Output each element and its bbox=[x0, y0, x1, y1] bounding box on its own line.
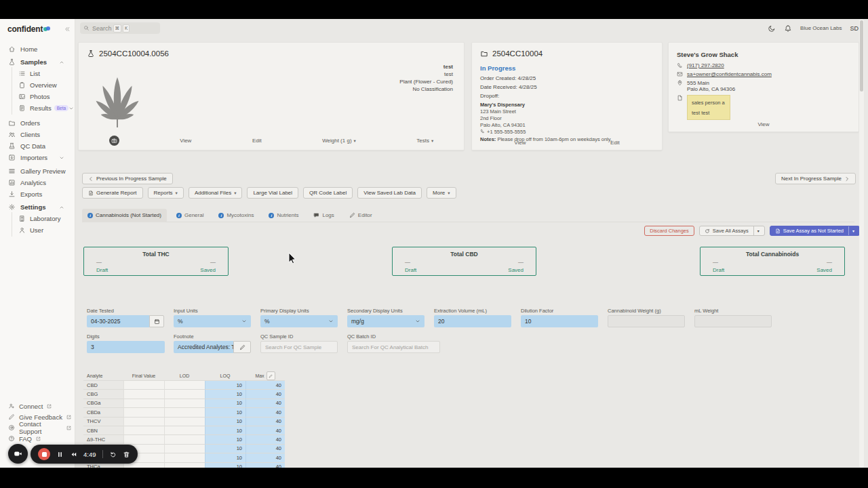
additional-files-button[interactable]: Additional Files▾ bbox=[189, 187, 243, 199]
loq-cell[interactable]: 10 bbox=[205, 426, 245, 435]
sample-edit-link[interactable]: Edit bbox=[252, 138, 262, 144]
sidebar-item-exports[interactable]: Exports bbox=[0, 188, 75, 200]
sidebar-collapse-icon[interactable] bbox=[64, 26, 71, 33]
extraction-volume-ml-input[interactable]: 20 bbox=[434, 315, 511, 327]
final-value-cell[interactable] bbox=[123, 381, 164, 390]
tab-logs[interactable]: Logs bbox=[308, 209, 339, 222]
reports-button[interactable]: Reports▾ bbox=[148, 187, 184, 199]
recorder-camera-button[interactable] bbox=[8, 444, 28, 464]
sidebar-item-list[interactable]: List bbox=[0, 68, 75, 79]
loq-cell[interactable]: 10 bbox=[205, 381, 245, 390]
lod-cell[interactable] bbox=[164, 418, 205, 426]
sidebar-item-gallery-preview[interactable]: Gallery Preview bbox=[0, 165, 75, 177]
stop-recording-button[interactable] bbox=[38, 448, 50, 460]
more-button[interactable]: More▾ bbox=[427, 187, 456, 199]
calendar-button[interactable] bbox=[149, 315, 164, 327]
org-name[interactable]: Blue Ocean Labs bbox=[800, 25, 842, 31]
max-cell[interactable]: 40 bbox=[245, 390, 285, 399]
sample-tests-dropdown[interactable]: Tests▾ bbox=[416, 138, 433, 144]
loq-cell[interactable]: 10 bbox=[205, 463, 245, 468]
large-vial-label-button[interactable]: Large Vial Label bbox=[247, 187, 298, 199]
loq-cell[interactable]: 10 bbox=[205, 418, 245, 426]
order-view-link[interactable]: View bbox=[514, 140, 526, 146]
lod-cell[interactable] bbox=[164, 435, 205, 444]
max-cell[interactable]: 40 bbox=[245, 445, 285, 453]
client-phone-link[interactable]: (917) 297-2820 bbox=[687, 62, 724, 68]
tab-mycotoxins[interactable]: iMycotoxins bbox=[213, 209, 259, 222]
loq-cell[interactable]: 10 bbox=[205, 445, 245, 453]
lod-cell[interactable] bbox=[164, 426, 205, 435]
qr-code-label-button[interactable]: QR Code Label bbox=[303, 187, 353, 199]
max-cell[interactable]: 40 bbox=[245, 435, 285, 444]
camera-button[interactable] bbox=[109, 136, 119, 146]
sidebar-item-overview[interactable]: Overview bbox=[0, 79, 75, 91]
tab-nutrients[interactable]: iNutrients bbox=[263, 209, 304, 222]
sidebar-item-results[interactable]: ResultsBeta bbox=[0, 102, 75, 114]
max-cell[interactable]: 40 bbox=[245, 426, 285, 435]
lod-cell[interactable] bbox=[164, 381, 205, 390]
trash-icon[interactable] bbox=[123, 451, 130, 458]
sidebar-item-samples[interactable]: Samples bbox=[0, 56, 75, 68]
max-cell[interactable]: 40 bbox=[245, 399, 285, 408]
save-assay-not-started-button[interactable]: Save Assay as Not Started ▾ bbox=[770, 226, 860, 236]
sidebar-item-laboratory[interactable]: Laboratory bbox=[0, 213, 75, 224]
lod-cell[interactable] bbox=[164, 390, 205, 399]
tab-editor[interactable]: Editor bbox=[344, 209, 378, 222]
sidebar-item-qc-data[interactable]: QC Data bbox=[0, 140, 75, 152]
final-value-cell[interactable] bbox=[123, 399, 164, 408]
notifications-icon[interactable] bbox=[784, 24, 792, 33]
final-value-cell[interactable] bbox=[123, 435, 164, 444]
footnote-input[interactable]: Accredited Analytes: THC bbox=[174, 341, 233, 353]
final-value-cell[interactable] bbox=[123, 408, 164, 417]
lod-cell[interactable] bbox=[164, 399, 205, 408]
dark-mode-icon[interactable] bbox=[768, 24, 776, 33]
client-view-link[interactable]: View bbox=[757, 121, 769, 127]
dilution-factor-input[interactable]: 10 bbox=[521, 315, 598, 327]
sidebar-item-clients[interactable]: Clients bbox=[0, 129, 75, 140]
footer-link-contact-support[interactable]: Contact Support bbox=[8, 422, 72, 433]
previous-sample-button[interactable]: Previous In Progress Sample bbox=[82, 173, 173, 184]
save-all-caret[interactable]: ▾ bbox=[753, 226, 760, 235]
sidebar-item-home[interactable]: Home bbox=[0, 43, 75, 55]
primary-display-units-select[interactable]: % bbox=[260, 315, 338, 327]
order-edit-link[interactable]: Edit bbox=[610, 140, 620, 146]
max-cell[interactable]: 40 bbox=[245, 381, 285, 390]
digits-input[interactable]: 3 bbox=[87, 341, 165, 353]
edit-footnote-button[interactable] bbox=[233, 341, 251, 353]
generate-report-button[interactable]: Generate Report bbox=[82, 187, 143, 199]
user-avatar[interactable]: SD bbox=[850, 25, 859, 32]
loq-cell[interactable]: 10 bbox=[205, 390, 245, 399]
search-input[interactable]: Search ⌘ K bbox=[80, 22, 160, 34]
save-assay-caret[interactable]: ▾ bbox=[848, 226, 854, 235]
sidebar-item-orders[interactable]: Orders bbox=[0, 117, 75, 129]
view-saved-lab-data-button[interactable]: View Saved Lab Data bbox=[357, 187, 422, 199]
lod-cell[interactable] bbox=[164, 463, 205, 468]
lod-cell[interactable] bbox=[164, 453, 205, 462]
save-all-assays-button[interactable]: Save All Assays ▾ bbox=[699, 226, 765, 236]
date-tested-input[interactable]: 04-30-2025 bbox=[87, 315, 149, 327]
scrollbar-thumb[interactable] bbox=[860, 20, 863, 92]
client-email-link[interactable]: sa+owner@confidentcannabis.com bbox=[687, 71, 772, 77]
max-cell[interactable]: 40 bbox=[245, 418, 285, 426]
cannabinoid-weight-g-input[interactable] bbox=[608, 315, 685, 327]
qc-batch-id-input[interactable]: Search For QC Analytical Batch bbox=[347, 341, 440, 353]
final-value-cell[interactable] bbox=[123, 418, 164, 426]
loq-cell[interactable]: 10 bbox=[205, 408, 245, 417]
loq-cell[interactable]: 10 bbox=[205, 399, 245, 408]
discard-changes-button[interactable]: Discard Changes bbox=[644, 226, 694, 236]
lod-cell[interactable] bbox=[164, 445, 205, 453]
max-cell[interactable]: 40 bbox=[245, 463, 285, 468]
lod-cell[interactable] bbox=[164, 408, 205, 417]
ml-weight-input[interactable] bbox=[694, 315, 772, 327]
loq-cell[interactable]: 10 bbox=[205, 435, 245, 444]
sidebar-item-settings[interactable]: Settings bbox=[0, 201, 75, 213]
scrollbar[interactable] bbox=[859, 19, 864, 468]
sample-photo-leaf[interactable] bbox=[88, 67, 146, 132]
sidebar-item-user[interactable]: User bbox=[0, 224, 75, 236]
sample-weight-dropdown[interactable]: Weight (1 g)▾ bbox=[322, 138, 356, 144]
final-value-cell[interactable] bbox=[123, 426, 164, 435]
loq-cell[interactable]: 10 bbox=[205, 453, 245, 462]
sidebar-item-analytics[interactable]: Analytics bbox=[0, 177, 75, 188]
edit-max-button[interactable] bbox=[267, 371, 275, 380]
secondary-display-units-select[interactable]: mg/g bbox=[347, 315, 425, 327]
